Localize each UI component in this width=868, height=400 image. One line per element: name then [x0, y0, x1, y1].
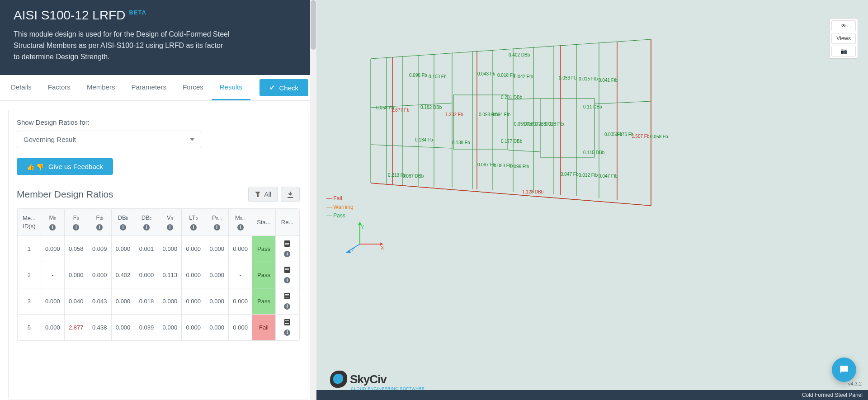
col-header[interactable]: Re...: [275, 209, 299, 235]
visibility-toggle-button[interactable]: 👁: [831, 20, 856, 31]
status-cell: Pass: [252, 288, 276, 314]
model-annotation: 0.042 Ftb: [514, 74, 533, 79]
col-header[interactable]: DBbi: [111, 209, 135, 235]
model-annotation: 0.097 Fb: [477, 162, 495, 167]
check-icon: ✔: [269, 84, 275, 92]
model-annotation: 2.877 Fb: [392, 108, 410, 113]
brand-name: SkyCiv: [350, 372, 387, 386]
status-cell: Pass: [252, 235, 276, 262]
axes-indicator: Y X Z: [352, 224, 392, 265]
download-button[interactable]: [281, 187, 300, 202]
views-button[interactable]: Views: [831, 33, 856, 44]
report-icon: [284, 293, 290, 299]
tab-forces[interactable]: Forces: [175, 75, 212, 100]
tab-factors[interactable]: Factors: [40, 75, 79, 100]
report-cell[interactable]: i: [275, 262, 299, 288]
svg-line-17: [371, 145, 452, 148]
model-annotation: 0.047 Fb: [561, 172, 579, 177]
info-icon: i: [49, 224, 56, 231]
feedback-button[interactable]: 👍 👎 Give us Feedback: [17, 158, 113, 175]
report-icon: [284, 319, 290, 325]
model-canvas[interactable]: 0.402 DBb0.096 Fb0.103 Fb0.043 Fb0.018 F…: [316, 0, 868, 400]
model-annotation: 0.096 Fb: [409, 73, 427, 78]
report-cell[interactable]: i: [275, 288, 299, 314]
col-header[interactable]: Ftbi: [88, 209, 111, 235]
model-annotation: 0.402 DBb: [509, 52, 530, 57]
info-icon: i: [284, 277, 290, 283]
report-cell[interactable]: i: [275, 235, 299, 262]
col-header[interactable]: Fbi: [64, 209, 88, 235]
viewer-controls: 👁 Views 📷: [829, 18, 858, 59]
info-icon: i: [143, 224, 150, 231]
model-annotation: 0.177 DBb: [501, 139, 523, 144]
model-annotation: 1.232 Fb: [445, 112, 463, 117]
model-annotation: 0.058 Fb: [650, 134, 668, 139]
legend: — Fail — Warning — Pass: [326, 194, 354, 221]
col-header[interactable]: Sta...: [252, 209, 276, 235]
tab-members[interactable]: Members: [79, 75, 123, 100]
model-annotation: 0.028 Ftb: [545, 122, 564, 127]
col-header[interactable]: Me... ID(s): [18, 209, 41, 235]
eye-icon: 👁: [841, 23, 846, 29]
section-title: Member Design Ratios: [17, 189, 113, 200]
filter-all-button[interactable]: All: [248, 187, 278, 202]
model-annotation: 0.053 Fb: [559, 75, 577, 80]
tab-details[interactable]: Details: [3, 75, 40, 100]
model-annotation: 0.103 Fb: [429, 74, 447, 79]
funnel-icon: [255, 192, 260, 197]
col-header[interactable]: LTbi: [182, 209, 205, 235]
model-annotation: 0.041 Ftb: [599, 78, 618, 83]
col-header[interactable]: Mn...i: [229, 209, 252, 235]
camera-icon: 📷: [840, 48, 847, 54]
module-header: AISI S100-12 LRFD BETA This module desig…: [0, 0, 316, 75]
col-header[interactable]: Mni: [41, 209, 64, 235]
table-row[interactable]: 50.0002.8770.4380.0000.0390.0000.0000.00…: [18, 314, 299, 340]
col-header[interactable]: Vni: [158, 209, 182, 235]
info-icon: i: [120, 224, 126, 231]
model-annotation: 0.115 DBb: [583, 150, 605, 155]
chat-button[interactable]: [832, 358, 856, 382]
module-title: AISI S100-12 LRFD: [14, 8, 125, 23]
info-icon: i: [284, 303, 290, 310]
svg-line-18: [508, 150, 540, 152]
status-cell: Fail: [252, 314, 276, 340]
design-ratio-select[interactable]: Governing Result: [17, 131, 201, 148]
screenshot-button[interactable]: 📷: [831, 46, 856, 56]
model-annotation: 1.507 Fb: [632, 134, 650, 139]
tab-parameters[interactable]: Parameters: [123, 75, 175, 100]
model-annotation: 0.182 DBb: [420, 105, 442, 110]
module-description: This module design is used for for the D…: [14, 29, 231, 62]
show-ratios-label: Show Design Ratios for:: [17, 118, 300, 126]
model-annotation: 0.012 Ftb: [579, 173, 598, 178]
info-icon: i: [214, 224, 220, 231]
model-annotation: 0.018 Fb: [497, 73, 515, 78]
col-header[interactable]: Pn...i: [205, 209, 229, 235]
status-bar: Cold Formed Steel Panel: [316, 390, 868, 400]
left-scrollbar[interactable]: [310, 0, 316, 400]
chat-icon: [838, 364, 850, 376]
info-icon: i: [284, 251, 290, 257]
info-icon: i: [96, 224, 103, 231]
info-icon: i: [190, 224, 197, 231]
tab-results[interactable]: Results: [212, 75, 250, 100]
model-annotation: 1.128 DBb: [522, 189, 544, 194]
thumbs-icon: 👍 👎: [27, 163, 44, 170]
model-annotation: 0.043 Fb: [477, 71, 495, 76]
model-annotation: 0.134 Fb: [415, 137, 433, 142]
info-icon: i: [167, 224, 173, 231]
table-row[interactable]: 2-0.0000.0000.4020.0000.1130.0000.000-Pa…: [18, 262, 299, 288]
col-header[interactable]: DBci: [135, 209, 158, 235]
info-icon: i: [237, 224, 244, 231]
download-icon: [288, 192, 293, 197]
svg-marker-30: [345, 249, 351, 253]
check-button[interactable]: ✔ Check: [259, 79, 308, 96]
model-annotation: 0.231 DBb: [501, 95, 523, 100]
model-annotation: 0.11 DBb: [583, 104, 602, 109]
viewer-panel[interactable]: 0.402 DBb0.096 Fb0.103 Fb0.043 Fb0.018 F…: [316, 0, 868, 400]
report-cell[interactable]: i: [275, 314, 299, 340]
table-row[interactable]: 30.0000.0400.0430.0000.0180.0000.0000.00…: [18, 288, 299, 314]
table-row[interactable]: 10.0000.0580.0090.0000.0010.0000.0000.00…: [18, 235, 299, 262]
left-panel: AISI S100-12 LRFD BETA This module desig…: [0, 0, 316, 400]
report-icon: [284, 240, 290, 247]
info-icon: i: [73, 224, 79, 231]
